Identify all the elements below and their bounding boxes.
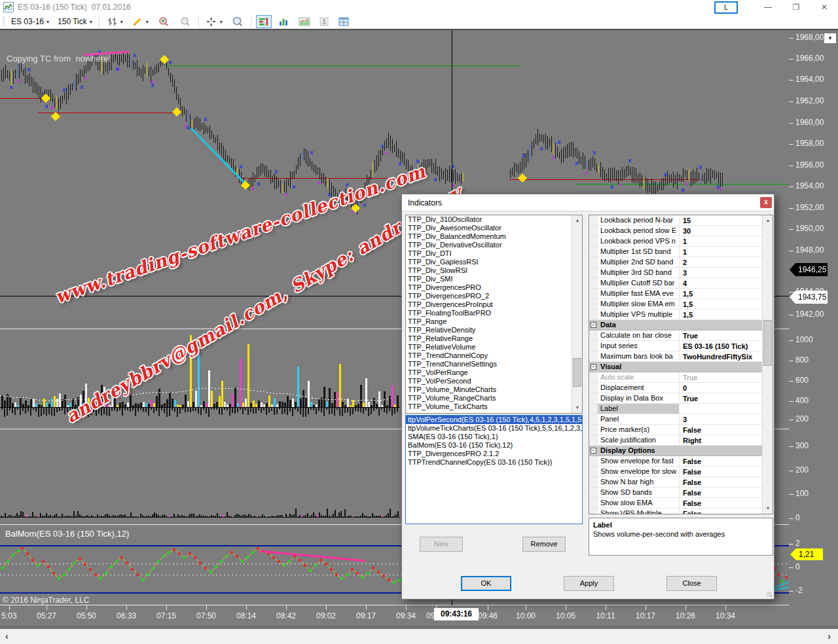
collapse-icon[interactable]: − [591,448,596,454]
property-row[interactable]: Multiplier Cutoff SD bar4 [589,278,762,289]
indicator-list-item[interactable]: TTP_RelativeRange [406,334,582,343]
time-axis[interactable]: 5:0305:2705:5006:3307:1507:5008:1408:420… [0,605,838,626]
property-row[interactable]: Panel3 [589,414,762,425]
property-value[interactable]: False [680,499,762,507]
scrollbar-thumb[interactable] [573,358,581,387]
axis-dropdown-button[interactable]: ▼ [824,33,837,44]
property-value[interactable]: False [680,489,762,497]
property-row[interactable]: Scale justificationRight [589,435,762,446]
indicator-list-item[interactable]: TTP_Div_DTI [406,249,582,258]
selected-indicator-item[interactable]: ttpVolPerSecond(ES 03-16 (150 Tick),4,5,… [406,416,582,424]
dialog-close-button[interactable]: x [760,197,772,208]
dollar-button[interactable]: $ [317,15,331,28]
property-row[interactable]: Input seriesES 03-16 (150 Tick) [589,341,762,351]
property-row[interactable]: Show envelope for slowFalse [589,467,762,477]
property-grid[interactable]: Lookback period N-bar15Lookback period s… [589,215,773,514]
property-value[interactable]: 3 [680,416,762,423]
zoom-region-button[interactable] [229,15,246,28]
indicator-list-item[interactable]: TTP_Div_SMI [406,275,582,283]
property-row[interactable]: Multiplier VPS multiple1,5 [589,310,762,320]
indicator-list-item[interactable]: TTP_Div_GaplessRSI [406,258,582,266]
indicator-list-item[interactable]: TTP_DivergencesPRO [406,283,582,292]
property-row[interactable]: Price marker(s)False [589,425,762,435]
property-value[interactable]: True [680,374,762,382]
zoom-in-button[interactable] [155,15,172,28]
minimize-button[interactable]: — [758,1,778,14]
selected-indicator-item[interactable]: SMA(ES 03-16 (150 Tick),1) [406,433,582,441]
scrollbar-thumb[interactable] [763,320,772,366]
crosshair-button[interactable]: ▾ [204,15,225,28]
selected-indicators-list[interactable]: ttpVolPerSecond(ES 03-16 (150 Tick),4,5,… [405,415,583,524]
property-row[interactable]: Auto scaleTrue [589,372,762,383]
property-row[interactable]: Maximum bars look baTwoHundredFiftySix [589,351,762,362]
property-value[interactable]: ES 03-16 (150 Tick) [680,342,762,350]
property-value[interactable]: False [680,457,762,465]
toolbar-grip[interactable] [3,17,5,26]
property-value[interactable]: Right [680,437,762,444]
indicator-list-item[interactable]: TTP_RelativeVolume [406,343,582,351]
indicator-list-item[interactable]: TTP_Volume_RangeCharts [406,394,582,402]
scroll-down-icon[interactable]: ▼ [763,503,773,514]
draw-button[interactable]: ▾ [130,15,151,28]
property-row[interactable]: Show slow EMAFalse [589,498,762,509]
collapse-icon[interactable]: − [591,322,596,328]
property-row[interactable]: Multiplier fast EMA eve1,5 [589,289,762,299]
property-value[interactable]: False [680,478,762,486]
indicator-list-item[interactable]: TTP_DivergencesProInput [406,300,582,309]
price-axis[interactable]: ▼ 1968,001966,001964,001962,001960,00195… [789,30,838,605]
property-value[interactable]: 1 [680,238,762,245]
property-row[interactable]: Multiplier 1st SD band1 [589,247,762,257]
property-row[interactable]: Displacement0 [589,383,762,393]
indicator-list-item[interactable]: TTP_RelativeDensity [406,326,582,334]
close-dialog-button[interactable]: Close [666,576,717,591]
close-button[interactable]: ✕ [814,1,834,14]
collapse-icon[interactable]: − [591,364,596,370]
property-row[interactable]: Show N bar highFalse [589,477,762,488]
property-value[interactable]: 1 [680,248,762,256]
property-value[interactable]: 1,5 [680,290,762,298]
list-scrollbar[interactable]: ▲ ▼ [572,215,582,413]
selected-indicator-item[interactable]: BalMom(ES 03-16 (150 Tick),12) [406,441,582,450]
indicator-list-item[interactable]: TTP_VolPerSecond [406,377,582,385]
property-section-header[interactable]: −Visual [589,362,762,372]
indicator-list-item[interactable]: TTP_TrendChannelCopy [406,351,582,360]
volume-chart-button[interactable] [276,15,292,28]
property-value[interactable]: 1,5 [680,300,762,308]
period-selector[interactable]: 150 Tick ▾ [56,16,94,27]
property-row[interactable]: Calculate on bar closeTrue [589,331,762,341]
bar-type-button[interactable]: ▾ [104,15,125,28]
property-value[interactable]: False [680,468,762,476]
property-row[interactable]: Show SD bandsFalse [589,488,762,498]
scroll-up-icon[interactable]: ▲ [763,215,773,226]
apply-button[interactable]: Apply [564,576,614,591]
indicator-list-item[interactable]: TTP_Div_BalancedMomentum [406,232,582,241]
property-section-header[interactable]: −Data [589,320,762,331]
property-row[interactable]: Display in Data BoxTrue [589,393,762,404]
selected-indicator-item[interactable]: TTPTrendChannelCopy(ES 03-16 (150 Tick)) [406,458,582,467]
property-row[interactable]: Multiplier 2nd SD band2 [589,257,762,268]
available-indicators-list[interactable]: TTP_Div_310OscillatorTTP_Div_AwesomeOsci… [405,215,583,414]
selected-indicator-item[interactable]: ttpVolumeTickCharts(ES 03-16 (150 Tick),… [406,424,582,433]
property-row[interactable]: Lookback period N-bar15 [589,215,762,226]
dialog-titlebar[interactable]: Indicators x [402,194,774,211]
indicator-list-item[interactable]: TTP_Volume_MinuteCharts [406,385,582,394]
new-button[interactable]: New [420,537,463,552]
chart-overview-button[interactable] [297,15,312,28]
indicator-list-item[interactable]: TTP_Volume_TickCharts [406,402,582,411]
scroll-left-icon[interactable]: ‹ [5,630,9,641]
property-row[interactable]: Label [589,404,762,414]
property-value[interactable]: False [680,426,762,434]
indicator-list-item[interactable]: TTP_Range [406,317,582,326]
instrument-selector[interactable]: ES 03-16 ▾ [9,16,51,27]
property-row[interactable]: Show VPS MultipleFalse [589,509,762,514]
scroll-right-icon[interactable]: › [828,630,831,641]
property-value[interactable]: 2 [680,259,762,266]
indicator-list-item[interactable]: TTP_DivergencesPRO_2 [406,292,582,300]
property-value[interactable]: 30 [680,227,762,235]
property-value[interactable]: 0 [680,384,762,392]
property-row[interactable]: Show envelope for fastFalse [589,456,762,467]
property-row[interactable]: Multiplier 3rd SD band3 [589,268,762,278]
horizontal-scrollbar[interactable]: ‹ › [0,626,838,644]
property-value[interactable]: 4 [680,279,762,287]
property-value[interactable]: True [680,395,762,402]
